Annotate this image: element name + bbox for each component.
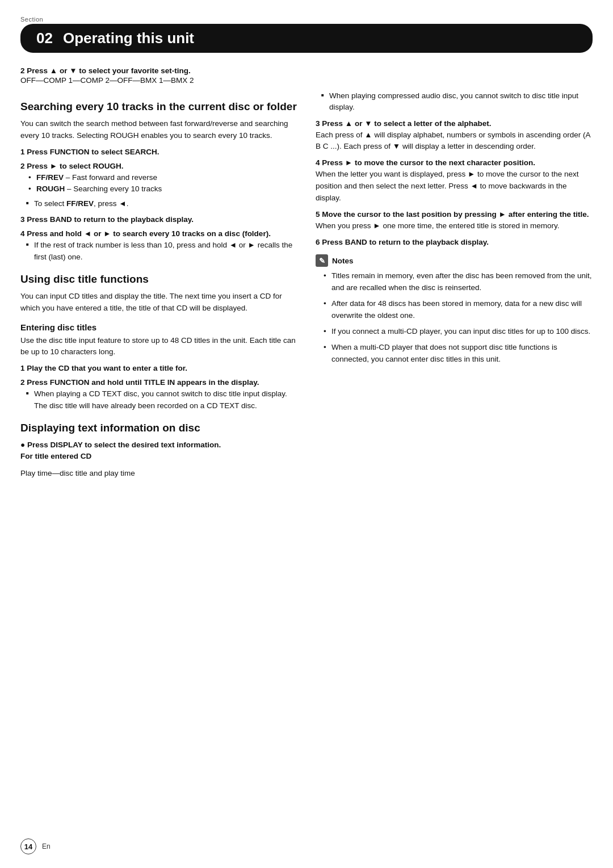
note-item-4: When a multi-CD player that does not sup… [324,342,593,366]
rstep3-body: Each press of ▲ will display alphabet, n… [316,129,593,153]
notes-icon: ✎ [316,254,328,267]
entering-heading: Entering disc titles [20,322,297,332]
sq-bullet2-item: If the rest of track number is less than… [26,240,297,263]
note-item-2: After data for 48 discs has been stored … [324,298,593,322]
right-column: When playing compressed audio disc, you … [316,90,593,485]
step2-bullets: FF/REV – Fast forward and reverse ROUGH … [20,172,297,195]
language-label: En [42,842,51,850]
rstep6: 6 Press BAND to return to the playback d… [316,238,593,246]
page-footer: 14 En [20,838,51,854]
section-title: Operating this unit [63,30,194,47]
notes-list: Titles remain in memory, even after the … [316,270,593,365]
step1: 1 Press FUNCTION to select SEARCH. [20,148,297,156]
sq-bullet1-item: To select FF/REV, press ◄. [26,198,297,209]
disc-title-heading: Using disc title functions [20,273,297,286]
sq-bullet1: To select FF/REV, press ◄. [20,198,297,209]
esq1-item: When playing a CD TEXT disc, you cannot … [26,388,297,412]
rsq1-item: When playing compressed audio disc, you … [321,90,593,114]
entering-body: Use the disc title input feature to stor… [20,335,297,359]
rstep5-body: When you press ► one more time, the ente… [316,220,593,232]
step2: 2 Press ► to select ROUGH. [20,162,297,170]
dstep1: ● Press DISPLAY to select the desired te… [20,441,297,449]
displaying-heading: Displaying text information on disc [20,422,297,435]
disc-title-body: You can input CD titles and display the … [20,291,297,315]
rstep5: 5 Move the cursor to the last position b… [316,210,593,219]
page-number: 14 [20,838,36,854]
bullet1: FF/REV – Fast forward and reverse [28,172,297,183]
rstep4-body: When the letter you want is displayed, p… [316,169,593,204]
rstep4: 4 Press ► to move the cursor to the next… [316,158,593,167]
sq-bullet2: If the rest of track number is less than… [20,240,297,263]
esq1: When playing a CD TEXT disc, you cannot … [20,388,297,412]
estep2: 2 Press FUNCTION and hold until TITLE IN… [20,378,297,387]
for-title-bold: For title entered CD [20,451,297,463]
page: Section 02 Operating this unit 2 Press ▲… [0,0,613,868]
search-body: You can switch the search method between… [20,118,297,142]
notes-label: Notes [332,257,354,265]
notes-box: ✎ Notes Titles remain in memory, even af… [316,254,593,365]
bullet2: ROUGH – Searching every 10 tracks [28,183,297,195]
step3: 3 Press BAND to return to the playback d… [20,215,297,224]
section-number: 02 [36,30,53,47]
estep1: 1 Play the CD that you want to enter a t… [20,364,297,372]
section-header: 02 Operating this unit [20,24,593,53]
intro-line2: OFF—COMP 1—COMP 2—OFF—BMX 1—BMX 2 [20,76,593,85]
intro-line1: 2 Press ▲ or ▼ to select your favorite s… [20,66,593,75]
left-column: Searching every 10 tracks in the current… [20,90,297,485]
two-col-layout: Searching every 10 tracks in the current… [20,90,593,485]
step4: 4 Press and hold ◄ or ► to search every … [20,229,297,238]
section-label: Section [20,16,593,23]
for-title-body: Play time—disc title and play time [20,468,297,480]
note-item-1: Titles remain in memory, even after the … [324,270,593,294]
search-heading: Searching every 10 tracks in the current… [20,100,297,114]
rsq1: When playing compressed audio disc, you … [316,90,593,114]
rstep3: 3 Press ▲ or ▼ to select a letter of the… [316,119,593,128]
note-item-3: If you connect a multi-CD player, you ca… [324,326,593,338]
notes-header: ✎ Notes [316,254,593,267]
